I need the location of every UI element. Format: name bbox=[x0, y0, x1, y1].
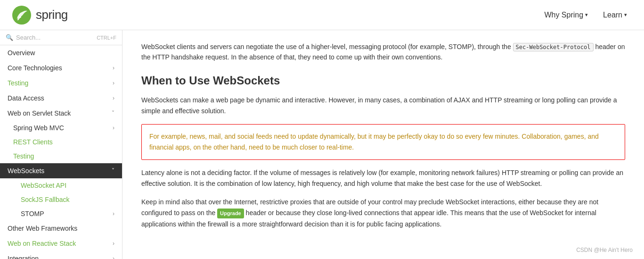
chevron-right-icon: › bbox=[113, 65, 114, 71]
upgrade-badge: Upgrade bbox=[217, 209, 244, 218]
sidebar-item-rest-clients[interactable]: REST Clients bbox=[0, 135, 122, 149]
sidebar-item-overview[interactable]: Overview bbox=[0, 45, 122, 60]
sidebar-item-websocket-api[interactable]: WebSocket API bbox=[0, 178, 122, 192]
sidebar-item-spring-web-mvc[interactable]: Spring Web MVC › bbox=[0, 121, 122, 135]
sidebar-item-data-access[interactable]: Data Access › bbox=[0, 91, 122, 106]
header: spring Why Spring ▾ Learn ▾ bbox=[0, 0, 644, 30]
sidebar-item-testing-sub[interactable]: Testing bbox=[0, 149, 122, 163]
sidebar-item-sockjs-fallback[interactable]: SockJS Fallback bbox=[0, 192, 122, 207]
sidebar-item-web-servlet[interactable]: Web on Servlet Stack ˅ bbox=[0, 106, 122, 121]
section-heading: When to Use WebSockets bbox=[141, 74, 625, 87]
page-layout: 🔍 Search... CTRL+F Overview Core Technol… bbox=[0, 30, 644, 259]
chevron-right-icon: › bbox=[113, 210, 114, 217]
sidebar: 🔍 Search... CTRL+F Overview Core Technol… bbox=[0, 30, 122, 259]
sidebar-item-other-web-frameworks[interactable]: Other Web Frameworks bbox=[0, 221, 122, 236]
code-sec-websocket: Sec-WebSocket-Protocol bbox=[513, 43, 594, 51]
sidebar-item-core-technologies[interactable]: Core Technologies › bbox=[0, 60, 122, 75]
chevron-right-icon: › bbox=[113, 80, 114, 86]
header-nav: Why Spring ▾ Learn ▾ bbox=[538, 7, 633, 23]
chevron-down-icon: ˅ bbox=[112, 110, 114, 117]
sidebar-item-stomp[interactable]: STOMP › bbox=[0, 207, 122, 221]
spring-logo-icon bbox=[11, 5, 32, 25]
chevron-down-icon: ˅ bbox=[112, 167, 114, 174]
highlight-box: For example, news, mail, and social feed… bbox=[141, 124, 625, 160]
chevron-down-icon: ▾ bbox=[585, 12, 588, 18]
sidebar-item-web-reactive[interactable]: Web on Reactive Stack › bbox=[0, 236, 122, 251]
sidebar-item-integration[interactable]: Integration › bbox=[0, 251, 122, 259]
chevron-right-icon: › bbox=[113, 240, 114, 247]
paragraph-websockets-use: WebSockets can make a web page be dynami… bbox=[141, 95, 625, 117]
paragraph-proxies: Keep in mind also that over the Internet… bbox=[141, 197, 625, 229]
highlight-text: For example, news, mail, and social feed… bbox=[149, 131, 617, 153]
chevron-right-icon: › bbox=[113, 125, 114, 131]
chevron-right-icon: › bbox=[113, 255, 114, 259]
watermark: CSDN @He Ain't Hero bbox=[576, 247, 633, 253]
nav-learn[interactable]: Learn ▾ bbox=[597, 7, 633, 23]
paragraph-latency: Latency alone is not a deciding factor. … bbox=[141, 167, 625, 189]
sidebar-search[interactable]: 🔍 Search... CTRL+F bbox=[0, 30, 122, 45]
intro-paragraph: WebSocket clients and servers can negoti… bbox=[141, 42, 625, 63]
chevron-right-icon: › bbox=[113, 95, 114, 101]
chevron-down-icon: ▾ bbox=[624, 12, 627, 18]
search-icon: 🔍 bbox=[6, 34, 13, 41]
logo-text: spring bbox=[36, 8, 68, 22]
logo[interactable]: spring bbox=[11, 5, 68, 25]
sidebar-item-testing-top[interactable]: Testing › bbox=[0, 75, 122, 91]
nav-why-spring[interactable]: Why Spring ▾ bbox=[538, 7, 594, 23]
sidebar-item-websockets[interactable]: WebSockets ˅ bbox=[0, 163, 122, 178]
main-content: WebSocket clients and servers can negoti… bbox=[122, 30, 644, 259]
